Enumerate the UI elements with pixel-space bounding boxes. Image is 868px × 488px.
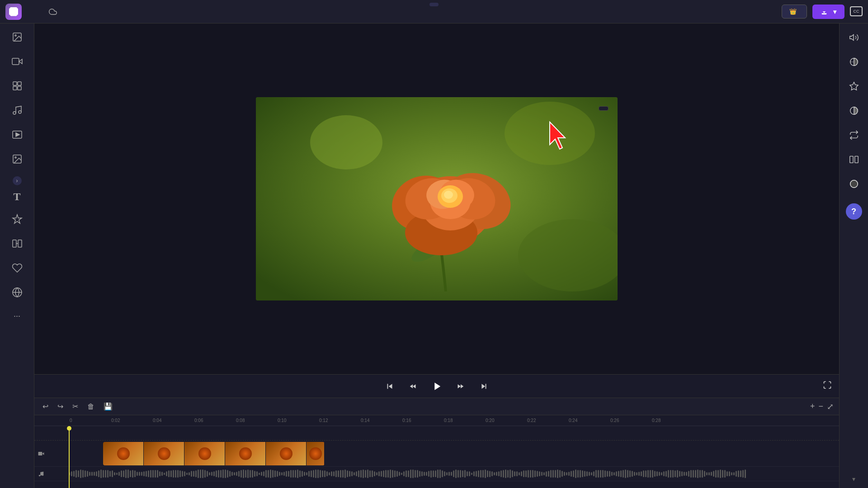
timeline: ↩ ↪ ✂ 🗑 💾 + − ⤢ 0 0:02 0:04 0:06 <box>34 398 839 488</box>
right-tool-color[interactable] <box>841 175 867 196</box>
right-tool-fade[interactable] <box>841 53 867 74</box>
record-icon <box>12 56 23 70</box>
rewind-button[interactable] <box>405 378 421 394</box>
sidebar-item-your-media[interactable] <box>2 28 33 51</box>
right-tool-audio[interactable] <box>841 29 867 50</box>
help-button[interactable]: ? <box>846 203 862 220</box>
language-icon <box>12 287 23 300</box>
ruler-28: 0:28 <box>651 418 693 423</box>
thumb-1 <box>103 442 144 465</box>
video-canvas[interactable] <box>256 97 618 300</box>
app-logo <box>5 4 22 20</box>
audio-icon <box>849 33 859 45</box>
sidebar-collapse-arrow[interactable]: › <box>13 176 22 185</box>
thumb-6 <box>307 442 325 465</box>
captions-icon: CC <box>850 6 863 16</box>
svg-rect-3 <box>13 82 17 85</box>
captions-button[interactable]: CC <box>850 6 863 17</box>
svg-point-1 <box>15 35 16 36</box>
thumb-2 <box>144 442 184 465</box>
zoom-in-button[interactable]: + <box>810 402 815 411</box>
sidebar-item-graphics[interactable] <box>2 210 33 233</box>
svg-rect-2 <box>12 58 19 65</box>
svg-rect-5 <box>13 86 17 90</box>
fullscreen-button[interactable] <box>823 380 832 392</box>
timeline-zoom-controls: + − ⤢ <box>810 402 834 412</box>
sidebar-item-templates[interactable] <box>2 77 33 99</box>
svg-rect-13 <box>18 240 22 247</box>
ruler-6: 0:06 <box>193 418 235 423</box>
playhead-dot[interactable] <box>67 426 71 431</box>
thumb-5 <box>266 442 307 465</box>
sidebar-item-brand-kit[interactable] <box>2 259 33 282</box>
thumb-3 <box>184 442 225 465</box>
skip-back-button[interactable] <box>382 378 398 394</box>
ruler-12: 0:12 <box>318 418 360 423</box>
sidebar-item-stock-images[interactable] <box>2 150 33 173</box>
fit-button[interactable]: ⤢ <box>827 402 834 412</box>
redo-button[interactable]: ↪ <box>55 400 66 413</box>
stock-video-icon <box>12 129 23 143</box>
export-button[interactable]: ▾ <box>812 5 844 19</box>
play-button[interactable] <box>429 378 445 394</box>
cut-button[interactable]: ✂ <box>70 400 81 413</box>
right-tool-speed[interactable] <box>841 127 867 147</box>
right-panel-collapse[interactable]: ▾ <box>852 475 855 483</box>
switch-plan-button[interactable]: 👑 <box>782 5 807 19</box>
crown-icon: 👑 <box>789 8 797 15</box>
ruler-14: 0:14 <box>360 418 401 423</box>
svg-rect-41 <box>849 156 853 163</box>
sidebar-item-text[interactable]: T <box>2 187 33 208</box>
svg-rect-4 <box>18 82 21 85</box>
video-thumbnails[interactable] <box>103 442 325 465</box>
zoom-out-button[interactable]: − <box>818 402 823 411</box>
svg-point-16 <box>310 115 382 169</box>
aspect-ratio-badge[interactable] <box>599 106 609 111</box>
fade-icon <box>849 57 859 69</box>
stock-images-icon <box>12 154 23 167</box>
your-media-icon <box>12 32 23 45</box>
right-tool-filters[interactable] <box>841 78 867 99</box>
sidebar-item-record-create[interactable] <box>2 52 33 75</box>
svg-point-7 <box>13 112 16 114</box>
ruler-10: 0:10 <box>277 418 318 423</box>
right-tool-adjust-colors[interactable] <box>841 102 867 123</box>
svg-rect-34 <box>38 451 42 455</box>
ruler-16: 0:16 <box>401 418 443 423</box>
color-icon <box>849 179 859 191</box>
fast-forward-button[interactable] <box>452 378 468 394</box>
main-content: › T <box>0 23 868 488</box>
svg-point-33 <box>444 191 453 199</box>
video-tab-button[interactable] <box>27 9 38 14</box>
ruler-20: 0:20 <box>485 418 526 423</box>
delete-button[interactable]: 🗑 <box>85 401 97 413</box>
sidebar-item-en-us[interactable] <box>2 283 33 306</box>
ruler-8: 0:08 <box>235 418 277 423</box>
preview-area <box>256 97 618 300</box>
right-tool-transition[interactable] <box>841 151 867 172</box>
graphics-icon <box>12 214 23 227</box>
svg-rect-6 <box>18 86 21 90</box>
timeline-tracks: // Generate wave bars const waveContaine… <box>34 426 839 488</box>
cloud-save-button[interactable] <box>43 5 62 19</box>
audio-track-label <box>34 471 69 477</box>
sidebar-item-music-sfx[interactable] <box>2 101 33 124</box>
undo-button[interactable]: ↩ <box>40 400 51 413</box>
sidebar-item-transitions[interactable] <box>2 235 33 257</box>
sidebar-item-feature-flags[interactable]: ··· <box>2 308 33 326</box>
ruler-4: 0:04 <box>152 418 193 423</box>
sidebar-item-stock-video[interactable] <box>2 126 33 148</box>
feature-flags-icon: ··· <box>14 311 20 321</box>
center-area: ↩ ↪ ✂ 🗑 💾 + − ⤢ 0 0:02 0:04 0:06 <box>34 23 839 488</box>
save-button[interactable]: 💾 <box>101 400 115 413</box>
svg-marker-39 <box>849 82 858 90</box>
speed-icon <box>849 130 859 142</box>
skip-forward-button[interactable] <box>476 378 492 394</box>
video-frame <box>256 97 618 300</box>
music-icon <box>12 105 23 118</box>
playhead[interactable] <box>69 426 70 488</box>
timeline-toolbar: ↩ ↪ ✂ 🗑 💾 + − ⤢ <box>34 398 839 415</box>
templates-icon <box>12 80 23 94</box>
top-bar: 👑 ▾ CC <box>0 0 868 23</box>
ruler-0: 0 <box>69 418 110 423</box>
